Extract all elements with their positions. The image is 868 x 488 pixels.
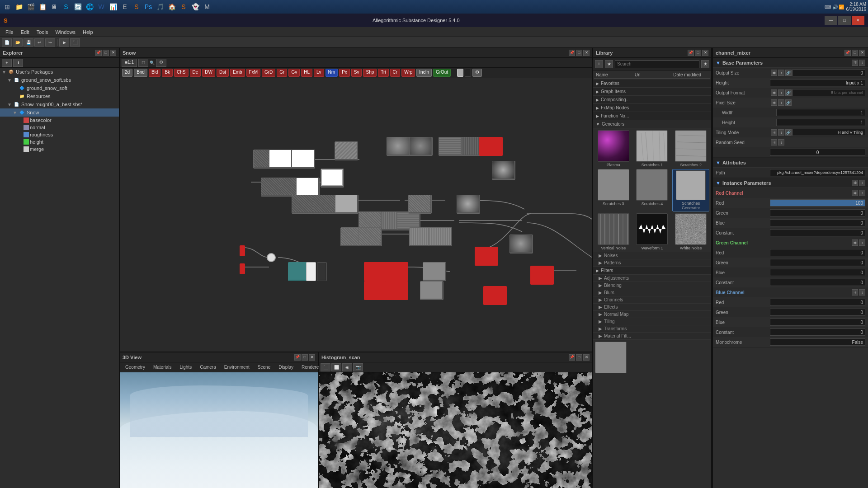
node-editor-close[interactable]: ✕: [583, 50, 590, 56]
gc-constant-bar[interactable]: 0: [770, 279, 865, 286]
filter-grd[interactable]: GrD: [262, 69, 275, 77]
prop-pin[interactable]: 📌: [844, 50, 851, 56]
save-button[interactable]: 💾: [24, 38, 33, 47]
tree-ground-snow[interactable]: ▼ 📄 ground_snow_soft.sbs: [0, 76, 119, 84]
lib-cat-compositing[interactable]: ▶ Compositing...: [593, 96, 711, 104]
graph-node-bottom-red-2[interactable]: [385, 262, 408, 281]
minimize-button[interactable]: —: [825, 16, 837, 25]
filter-hl[interactable]: HL: [301, 69, 312, 77]
window-controls[interactable]: — □ ✕: [825, 16, 864, 25]
gc-green-bar[interactable]: 0: [770, 259, 865, 266]
taskbar-icon-epic[interactable]: E: [119, 1, 130, 12]
menu-edit[interactable]: Edit: [17, 28, 33, 36]
tab-camera[interactable]: Camera: [196, 364, 220, 370]
graph-node-lowest-red-3[interactable]: [483, 286, 507, 305]
graph-node-dark[interactable]: [317, 262, 327, 281]
filter-bnd[interactable]: Bnd: [134, 69, 147, 77]
rc-blue-bar[interactable]: 0: [770, 219, 865, 226]
bc-constant-bar[interactable]: 0: [770, 328, 865, 336]
bc-icon1[interactable]: ⇉: [852, 289, 858, 296]
taskbar-icon-ss2[interactable]: S: [178, 1, 189, 12]
filter-sv[interactable]: Sv: [351, 69, 362, 77]
redo-button[interactable]: ↪: [45, 38, 55, 47]
lib-item-plasma[interactable]: Plasma: [595, 130, 632, 167]
stop-button[interactable]: ⬛: [70, 38, 80, 47]
taskbar-icon-photoshop[interactable]: Ps: [143, 1, 154, 12]
bc-red-bar[interactable]: 0: [770, 299, 865, 306]
graph-node-mid-right-1[interactable]: [492, 161, 515, 180]
new-button[interactable]: 📄: [2, 38, 12, 47]
3d-view-expand[interactable]: □: [302, 354, 308, 361]
filter-shp[interactable]: Shp: [363, 69, 377, 77]
prop-expand[interactable]: □: [852, 50, 858, 56]
node-editor-pin[interactable]: 📌: [569, 50, 575, 56]
os-icon1[interactable]: ⇉: [771, 70, 777, 76]
graph-node-top-7[interactable]: [439, 137, 462, 156]
graph-node-lowest-1[interactable]: [420, 281, 443, 300]
rs-icon1[interactable]: ⇉: [771, 139, 777, 145]
graph-node-bottom-red-3[interactable]: [530, 266, 554, 285]
rc-icon2[interactable]: ↕: [859, 190, 865, 196]
rc-green-bar[interactable]: 0: [770, 209, 865, 216]
filter-cr[interactable]: Cr: [390, 69, 401, 77]
graph-node-row3-7[interactable]: [408, 195, 432, 214]
graph-node-right-red[interactable]: [475, 247, 498, 266]
menu-windows[interactable]: Windows: [52, 28, 79, 36]
tab-display[interactable]: Display: [275, 364, 297, 370]
gc-blue-bar[interactable]: 0: [770, 269, 865, 276]
bc-icon2[interactable]: ↕: [859, 289, 865, 296]
taskbar-icon-xnormal[interactable]: 👻: [190, 1, 201, 12]
lib-item-scratches1[interactable]: Scratches 1: [634, 130, 671, 167]
lib-subcat-transforms[interactable]: ▶ Transforms: [593, 325, 711, 333]
filter-tri[interactable]: Tri: [378, 69, 388, 77]
taskbar-icon-word[interactable]: W: [96, 1, 107, 12]
lib-item-vertical-noise[interactable]: Vertical Noise: [595, 213, 632, 250]
filter-px[interactable]: Px: [339, 69, 350, 77]
base-param-icon2[interactable]: ↕: [859, 60, 865, 66]
fit-btn[interactable]: ◻: [138, 59, 148, 67]
filter-dw[interactable]: DW: [202, 69, 215, 77]
filter-nm[interactable]: Nm: [326, 69, 338, 77]
taskbar-icon-skype[interactable]: S: [61, 1, 71, 12]
menu-tools[interactable]: Tools: [33, 28, 52, 36]
prop-close[interactable]: ✕: [859, 50, 865, 56]
undo-button[interactable]: ↩: [34, 38, 44, 47]
hist-icon1[interactable]: ⬛: [321, 363, 330, 371]
library-expand[interactable]: □: [695, 50, 701, 56]
graph-node-row2-3[interactable]: [296, 178, 320, 197]
lib-cat-graph-items[interactable]: ▶ Graph Items: [593, 88, 711, 96]
gc-icon2[interactable]: ↕: [859, 239, 865, 246]
3d-viewport[interactable]: [120, 372, 318, 488]
histogram-pin[interactable]: 📌: [569, 354, 575, 361]
explorer-add[interactable]: +: [2, 59, 12, 67]
gc-red-bar[interactable]: 0: [770, 249, 865, 256]
taskbar-icon-marmoset[interactable]: 🏠: [166, 1, 177, 12]
filter-chs[interactable]: ChS: [174, 69, 188, 77]
filter-wrp[interactable]: Wrp: [401, 69, 415, 77]
lib-subcat-patterns[interactable]: ▶ Patterns: [593, 259, 711, 267]
histogram-expand[interactable]: □: [576, 354, 582, 361]
taskbar-icon-substance[interactable]: S: [131, 1, 142, 12]
maximize-button[interactable]: □: [838, 16, 851, 25]
3d-view-close[interactable]: ✕: [309, 354, 315, 361]
ps-icon2[interactable]: ↕: [778, 99, 784, 106]
graph-node-input-left-1[interactable]: [240, 263, 245, 274]
tab-scene[interactable]: Scene: [254, 364, 274, 370]
tab-lights[interactable]: Lights: [176, 364, 195, 370]
path-input[interactable]: [770, 169, 865, 176]
attributes-header[interactable]: ▼ Attributes: [713, 158, 868, 168]
tab-materials[interactable]: Materials: [150, 364, 175, 370]
filter-de[interactable]: De: [190, 69, 201, 77]
taskbar-icon-explorer[interactable]: 📁: [14, 1, 24, 12]
os-icon3[interactable]: 🔗: [785, 70, 792, 76]
library-close[interactable]: ✕: [702, 50, 708, 56]
base-param-icon1[interactable]: ⇉: [852, 60, 858, 66]
graph-node-top-2[interactable]: [269, 150, 292, 169]
of-icon3[interactable]: 🔗: [785, 89, 792, 96]
filter-fxm[interactable]: FxM: [246, 69, 260, 77]
of-icon2[interactable]: ↕: [778, 89, 784, 96]
explorer-info[interactable]: ℹ: [13, 59, 23, 67]
taskbar-icon-sync[interactable]: 🔄: [72, 1, 83, 12]
ip-icon1[interactable]: ⇉: [852, 180, 858, 186]
lib-subcat-tiling[interactable]: ▶ Tiling: [593, 318, 711, 325]
